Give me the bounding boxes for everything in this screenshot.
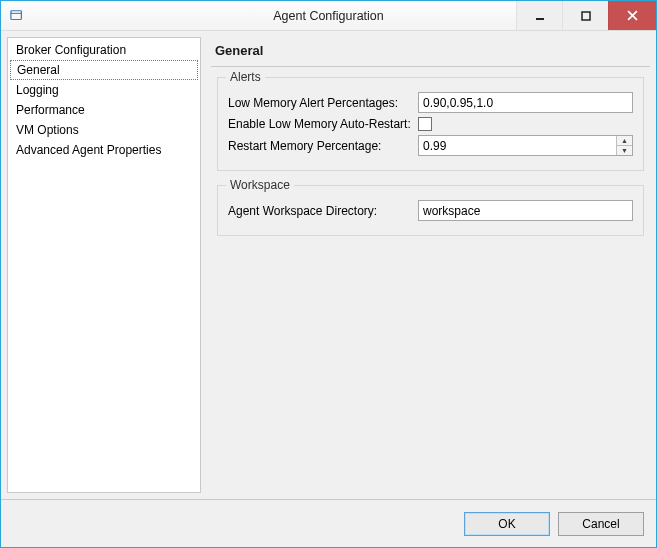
row-workspace-directory: Agent Workspace Directory: <box>228 200 633 221</box>
window-root: Agent Configuration Broker Configuration… <box>0 0 657 548</box>
window-controls <box>516 1 656 30</box>
content-pane: General Alerts Low Memory Alert Percenta… <box>201 37 650 493</box>
content-body: Alerts Low Memory Alert Percentages: Ena… <box>211 67 650 250</box>
ok-button[interactable]: OK <box>464 512 550 536</box>
titlebar[interactable]: Agent Configuration <box>1 1 656 31</box>
page-title: General <box>211 37 650 67</box>
workspace-directory-input[interactable] <box>418 200 633 221</box>
sidebar-item-vm-options[interactable]: VM Options <box>8 120 200 140</box>
svg-rect-1 <box>536 18 544 20</box>
minimize-button[interactable] <box>516 1 562 30</box>
svg-rect-2 <box>582 12 590 20</box>
spinner-down-button[interactable]: ▼ <box>617 146 632 155</box>
footer: OK Cancel <box>1 499 656 547</box>
cancel-button[interactable]: Cancel <box>558 512 644 536</box>
spinner-buttons: ▲ ▼ <box>616 136 632 155</box>
sidebar-item-performance[interactable]: Performance <box>8 100 200 120</box>
svg-rect-0 <box>11 10 22 19</box>
low-memory-percentages-label: Low Memory Alert Percentages: <box>228 96 418 110</box>
sidebar: Broker Configuration General Logging Per… <box>7 37 201 493</box>
window-body: Broker Configuration General Logging Per… <box>1 31 656 499</box>
sidebar-item-general[interactable]: General <box>10 60 198 80</box>
sidebar-item-advanced-agent-properties[interactable]: Advanced Agent Properties <box>8 140 200 160</box>
row-restart-percentage: Restart Memory Percentage: ▲ ▼ <box>228 135 633 156</box>
sidebar-item-logging[interactable]: Logging <box>8 80 200 100</box>
workspace-groupbox: Workspace Agent Workspace Directory: <box>217 185 644 236</box>
maximize-button[interactable] <box>562 1 608 30</box>
app-icon <box>9 8 25 24</box>
alerts-legend: Alerts <box>226 70 265 84</box>
spinner-up-button[interactable]: ▲ <box>617 136 632 146</box>
sidebar-item-broker-configuration[interactable]: Broker Configuration <box>8 40 200 60</box>
workspace-directory-label: Agent Workspace Directory: <box>228 204 418 218</box>
enable-auto-restart-checkbox[interactable] <box>418 117 432 131</box>
row-enable-auto-restart: Enable Low Memory Auto-Restart: <box>228 117 633 131</box>
workspace-legend: Workspace <box>226 178 294 192</box>
low-memory-percentages-input[interactable] <box>418 92 633 113</box>
restart-percentage-spinner[interactable]: ▲ ▼ <box>418 135 633 156</box>
restart-percentage-label: Restart Memory Percentage: <box>228 139 418 153</box>
row-low-memory-percentages: Low Memory Alert Percentages: <box>228 92 633 113</box>
close-button[interactable] <box>608 1 656 30</box>
enable-auto-restart-label: Enable Low Memory Auto-Restart: <box>228 117 418 131</box>
restart-percentage-input[interactable] <box>419 136 616 155</box>
alerts-groupbox: Alerts Low Memory Alert Percentages: Ena… <box>217 77 644 171</box>
